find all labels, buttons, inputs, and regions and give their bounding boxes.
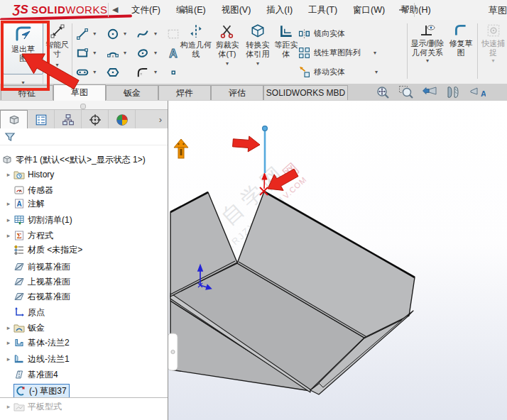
property-manager-tab[interactable] (28, 110, 55, 129)
linear-pattern-button[interactable]: 线性草图阵列 ▾ (298, 43, 378, 62)
view-settings-icon[interactable]: A (469, 85, 486, 99)
tree-item-front-plane[interactable]: 前视基准面 (0, 260, 70, 274)
line-tool-icon[interactable] (74, 26, 90, 42)
tree-item-base-flange[interactable]: ▸ 基体-法兰2 (0, 336, 70, 350)
spline-tool-dropdown[interactable]: ▾ (151, 31, 160, 37)
menu-view[interactable]: 视图(V) (214, 0, 259, 20)
tree-item-top-plane[interactable]: 上视基准面 (0, 275, 70, 289)
splitter-handle-dot[interactable] (80, 104, 86, 109)
tree-item-cut-list[interactable]: ▸ 切割清单(1) (0, 213, 72, 227)
expand-icon[interactable]: ▸ (4, 171, 13, 178)
convert-entities-label: 转换实体引用 (243, 40, 273, 59)
tree-item-sensors[interactable]: 传感器 (0, 183, 53, 197)
menu-file[interactable]: 文件(F) (124, 0, 168, 20)
spline-tool-icon[interactable] (135, 26, 151, 42)
tree-item-flat-pattern[interactable]: ▸ 平板型式 (0, 399, 62, 414)
panel-collapse-handle[interactable] (168, 333, 178, 370)
property-list-icon (35, 114, 48, 126)
display-manager-tab[interactable] (109, 110, 136, 129)
tree-item-edge-flange[interactable]: ▸ 边线-法兰1 (0, 352, 70, 366)
menubar-divider (108, 3, 109, 17)
trim-entities-button[interactable]: 剪裁实体(T) ▾ (212, 23, 242, 67)
offset-entities-icon (278, 23, 294, 40)
section-view-icon[interactable] (445, 85, 462, 99)
sheet-metal-model[interactable] (170, 192, 415, 394)
offset-entities-button[interactable]: 等距实体 (273, 23, 299, 59)
feature-manager-tab[interactable] (0, 110, 28, 129)
tree-item-plane4[interactable]: 基准面4 (0, 368, 58, 382)
expand-icon[interactable]: ▸ (4, 216, 13, 223)
fillet-tool-dropdown[interactable]: ▾ (151, 69, 160, 75)
pin-icon[interactable] (398, 5, 408, 15)
arc-tool-icon[interactable] (104, 45, 121, 61)
rectangle-tool-dropdown[interactable]: ▾ (90, 50, 99, 56)
sketch-endpoint[interactable] (263, 126, 268, 131)
tree-item-annotations[interactable]: ▸ A 注解 (0, 197, 45, 211)
move-entities-dropdown[interactable]: ▾ (375, 69, 378, 75)
tree-item-origin[interactable]: 原点 (0, 305, 45, 319)
convert-entities-button[interactable]: 转换实体引用 ▾ (242, 23, 273, 67)
mirror-entities-button[interactable]: 镜向实体 (298, 24, 378, 43)
menu-edit[interactable]: 编辑(E) (168, 0, 214, 20)
fillet-tool-icon[interactable] (135, 65, 151, 80)
tab-features[interactable]: 特征 (1, 85, 53, 100)
tab-evaluate[interactable]: 评估 (211, 85, 263, 100)
heads-up-view-toolbar: A (375, 85, 486, 99)
svg-text:A: A (170, 47, 178, 59)
configuration-manager-tab[interactable] (55, 110, 82, 129)
slot-tool-dropdown[interactable]: ▾ (90, 69, 99, 75)
exit-sketch-button[interactable]: 退出草图 (3, 22, 43, 74)
line-tool-dropdown[interactable]: ▾ (90, 31, 99, 37)
menu-window[interactable]: 窗口(W) (345, 0, 393, 20)
exit-sketch-dropdown[interactable]: ▾ (3, 74, 43, 84)
expand-icon[interactable]: ▸ (4, 403, 13, 410)
ellipse-tool-dropdown[interactable]: ▾ (151, 50, 160, 56)
equations-icon: Σ (13, 230, 25, 241)
move-entities-button[interactable]: 移动实体 ▾ (298, 62, 378, 82)
point-tool-icon[interactable] (165, 65, 182, 80)
tree-item-sheet-metal[interactable]: ▸ 钣金 (0, 321, 45, 335)
tab-solidworks-mbd[interactable]: SOLIDWORKS MBD (263, 85, 348, 100)
graphics-viewport[interactable]: 软件自学网 WWW.RJZXW.COM 学网 V.COM (168, 101, 507, 420)
ds-logo-icon: ƷS (13, 3, 28, 16)
tree-item-history[interactable]: ▸ History (0, 167, 54, 182)
polygon-tool-icon[interactable] (104, 65, 121, 80)
tree-item-sketch37[interactable]: (-) 草图37 (0, 384, 70, 398)
arc-tool-dropdown[interactable]: ▾ (121, 50, 129, 56)
expand-icon[interactable]: ▸ (4, 200, 13, 207)
linear-pattern-dropdown[interactable]: ▾ (374, 50, 376, 56)
expand-icon[interactable]: ▸ (4, 355, 13, 363)
tab-sketch[interactable]: 草图 (53, 84, 106, 101)
expand-icon[interactable]: ▸ (4, 339, 13, 346)
sketch-entities-group: ▾ ▾ ▾ ▾ ▾ (74, 24, 182, 82)
zoom-to-fit-icon[interactable] (375, 85, 392, 99)
tree-item-equations[interactable]: ▸ Σ 方程式 (0, 228, 53, 243)
dimxpert-manager-tab[interactable] (82, 110, 109, 129)
zoom-to-area-icon[interactable] (398, 85, 415, 99)
toolbar-collapse-icon[interactable]: ◀ (112, 5, 118, 14)
tab-weldments[interactable]: 焊件 (158, 85, 211, 100)
tree-item-material[interactable]: 材质 <未指定> (0, 243, 82, 257)
smart-dimension-button[interactable]: 智能尺寸 ▾ (44, 23, 70, 68)
ribbon-separator (72, 23, 72, 79)
context-toolbar-title: 草图 (489, 4, 507, 17)
tree-filter-row[interactable] (0, 128, 168, 145)
circle-tool-icon[interactable] (104, 26, 121, 42)
display-delete-relations-button[interactable]: 显示/删除几何关系 ▾ (409, 23, 446, 64)
circle-tool-dropdown[interactable]: ▾ (121, 31, 129, 37)
slot-tool-icon[interactable] (74, 65, 90, 80)
tree-root-part[interactable]: 零件1 (默认<<默认>_显示状态 1>) (1, 153, 146, 167)
tab-sheet-metal[interactable]: 钣金 (106, 85, 158, 100)
expand-icon[interactable]: ▸ (4, 324, 13, 331)
rectangle-tool-icon[interactable] (74, 45, 90, 61)
previous-view-icon[interactable] (422, 85, 439, 99)
quick-snaps-label: 快速捕捉 (481, 39, 506, 57)
repair-sketch-button[interactable]: 修复草图 (447, 23, 475, 57)
ellipse-tool-icon[interactable] (135, 45, 151, 61)
manager-tab-overflow[interactable]: › (153, 110, 168, 129)
tree-item-right-plane[interactable]: 右视基准面 (0, 289, 70, 304)
expand-icon[interactable]: ▸ (4, 232, 13, 239)
menu-tools[interactable]: 工具(T) (300, 0, 345, 20)
menu-insert[interactable]: 插入(I) (258, 0, 300, 20)
construction-geometry-button[interactable]: 构造几何线 (180, 23, 212, 59)
